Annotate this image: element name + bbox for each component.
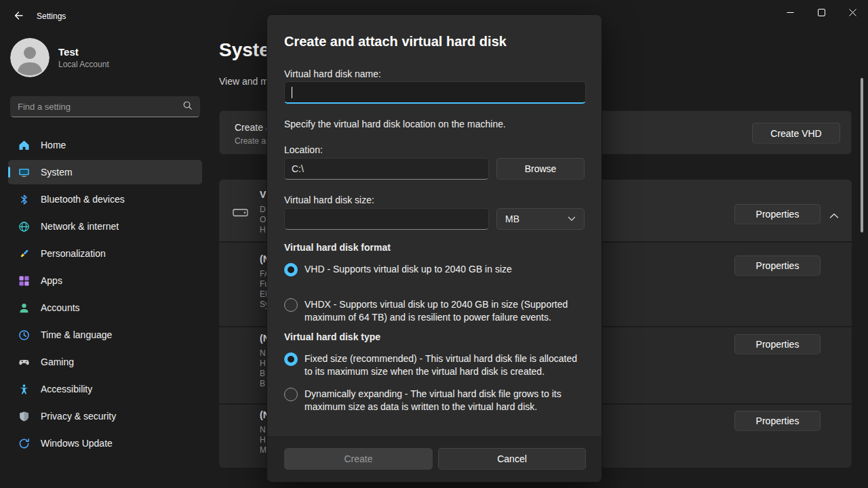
- sidebar-item-personalization[interactable]: Personalization: [8, 241, 202, 266]
- radio-button-checked[interactable]: [284, 352, 298, 366]
- gaming-icon: [18, 356, 30, 368]
- apps-icon: [18, 274, 30, 287]
- sidebar-item-label: Bluetooth & devices: [41, 194, 125, 205]
- dialog-title: Create and attach virtual hard disk: [284, 34, 507, 49]
- format-heading: Virtual hard disk format: [284, 242, 391, 253]
- sidebar-item-gaming[interactable]: Gaming: [8, 350, 202, 374]
- person-icon: [10, 38, 50, 77]
- search-input[interactable]: [18, 102, 182, 112]
- sidebar-item-label: Accessibility: [41, 384, 92, 394]
- settings-window: Settings Test Loca: [0, 0, 868, 488]
- accessibility-icon: [18, 383, 30, 395]
- sidebar-item-label: Windows Update: [41, 438, 113, 449]
- sidebar-item-label: Home: [41, 140, 66, 150]
- sidebar-item-apps[interactable]: Apps: [8, 268, 202, 293]
- disk-detail: H: [260, 225, 266, 235]
- close-button[interactable]: [837, 0, 868, 24]
- scrollbar[interactable]: [861, 78, 863, 232]
- chevron-down-icon: [568, 216, 576, 222]
- sidebar-item-label: Gaming: [41, 357, 74, 367]
- radio-label: VHD - Supports virtual disk up to 2040 G…: [304, 263, 587, 277]
- location-value: C:\: [292, 163, 304, 174]
- cancel-button[interactable]: Cancel: [438, 448, 586, 470]
- size-input[interactable]: [284, 208, 489, 230]
- sidebar-item-accounts[interactable]: Accounts: [8, 296, 202, 320]
- radio-label: Fixed size (recommended) - This virtual …: [304, 352, 587, 378]
- sidebar-item-label: Apps: [41, 275, 62, 286]
- time-language-icon: [18, 329, 30, 341]
- radio-button-unchecked[interactable]: [284, 388, 298, 401]
- page-subtitle: View and m: [219, 76, 269, 87]
- windows-update-icon: [18, 437, 30, 449]
- browse-button[interactable]: Browse: [496, 158, 585, 180]
- size-unit-value: MB: [505, 214, 519, 224]
- accounts-icon: [18, 302, 30, 314]
- disk-name: V: [260, 189, 266, 200]
- app-title: Settings: [37, 12, 66, 21]
- create-vhd-button[interactable]: Create VHD: [752, 123, 840, 144]
- sidebar-item-windows-update[interactable]: Windows Update: [8, 431, 202, 455]
- sidebar-item-home[interactable]: Home: [8, 133, 202, 157]
- sidebar-item-network-internet[interactable]: Network & internet: [8, 214, 202, 239]
- radio-button-checked[interactable]: [284, 263, 298, 277]
- radio-label: Dynamically expanding - The virtual hard…: [304, 388, 587, 413]
- dialog-footer: Create Cancel: [267, 436, 601, 482]
- vhd-name-label: Virtual hard disk name:: [284, 68, 381, 79]
- size-unit-dropdown[interactable]: MB: [496, 208, 585, 230]
- properties-button[interactable]: Properties: [734, 204, 821, 224]
- maximize-button[interactable]: [806, 0, 837, 24]
- sidebar-item-label: Personalization: [41, 248, 106, 259]
- create-button[interactable]: Create: [284, 448, 433, 470]
- sidebar-item-label: System: [41, 167, 73, 178]
- radio-option-vhdx[interactable]: VHDX - Supports virtual disk up to 2040 …: [284, 298, 588, 324]
- properties-button[interactable]: Properties: [734, 334, 821, 354]
- back-button[interactable]: [5, 5, 31, 26]
- personalization-icon: [18, 247, 30, 260]
- sidebar-item-accessibility[interactable]: Accessibility: [8, 377, 202, 401]
- radio-option-fixed-size[interactable]: Fixed size (recommended) - This virtual …: [284, 352, 588, 378]
- home-icon: [18, 139, 30, 151]
- user-name: Test: [58, 46, 109, 58]
- search-icon: [182, 100, 193, 113]
- sidebar: Test Local Account Home System Bluetooth…: [0, 33, 210, 488]
- radio-label: VHDX - Supports virtual disk up to 2040 …: [304, 298, 587, 324]
- privacy-security-icon: [18, 410, 30, 422]
- disk-detail: D: [260, 205, 266, 215]
- sidebar-item-time-language[interactable]: Time & language: [8, 323, 202, 347]
- vhd-name-input[interactable]: [284, 81, 586, 104]
- location-label: Location:: [284, 144, 323, 155]
- user-account-type: Local Account: [58, 60, 109, 69]
- text-caret: [292, 87, 292, 98]
- maximize-icon: [818, 9, 825, 16]
- properties-button[interactable]: Properties: [734, 411, 821, 431]
- chevron-up-icon[interactable]: [829, 209, 839, 222]
- location-instruction: Specify the virtual hard disk location o…: [284, 119, 506, 129]
- disk-icon: [233, 207, 248, 221]
- sidebar-item-system[interactable]: System: [8, 160, 202, 184]
- create-vhd-dialog: Create and attach virtual hard disk Virt…: [267, 14, 602, 483]
- radio-option-vhd[interactable]: VHD - Supports virtual disk up to 2040 G…: [284, 263, 588, 277]
- size-label: Virtual hard disk size:: [284, 195, 374, 205]
- back-arrow-icon: [13, 10, 24, 21]
- disk-detail: O: [260, 215, 266, 225]
- radio-button-unchecked[interactable]: [284, 298, 298, 312]
- sidebar-item-label: Accounts: [41, 302, 80, 313]
- card-title: Create a: [235, 122, 271, 133]
- sidebar-nav: Home System Bluetooth & devices Network …: [8, 133, 202, 458]
- network-icon: [18, 220, 30, 232]
- sidebar-item-label: Privacy & security: [41, 411, 116, 422]
- search-box[interactable]: [10, 96, 200, 117]
- system-icon: [18, 166, 30, 178]
- user-account[interactable]: Test Local Account: [10, 38, 109, 77]
- avatar: [10, 38, 50, 77]
- sidebar-item-privacy-security[interactable]: Privacy & security: [8, 404, 202, 428]
- sidebar-item-bluetooth-devices[interactable]: Bluetooth & devices: [8, 187, 202, 211]
- radio-option-dynamically-expanding[interactable]: Dynamically expanding - The virtual hard…: [284, 388, 588, 413]
- card-subtitle: Create an: [235, 136, 271, 146]
- location-input[interactable]: C:\: [284, 158, 489, 180]
- type-heading: Virtual hard disk type: [284, 331, 380, 342]
- properties-button[interactable]: Properties: [734, 256, 821, 276]
- minimize-icon: [787, 9, 794, 16]
- minimize-button[interactable]: [774, 0, 806, 24]
- sidebar-item-label: Time & language: [41, 329, 112, 340]
